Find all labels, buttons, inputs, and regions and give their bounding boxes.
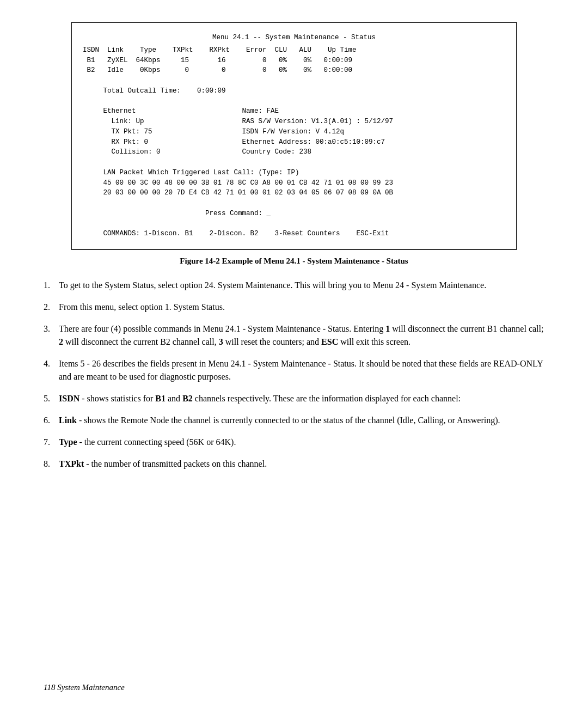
list-content: Link - shows the Remote Node the channel… <box>59 414 544 427</box>
list-content: From this menu, select option 1. System … <box>59 301 544 314</box>
list-number: 2. <box>44 301 59 314</box>
footer: 118 System Maintenance <box>44 683 125 692</box>
numbered-list: 1.To get to the System Status, select op… <box>44 279 544 471</box>
list-item: 8.TXPkt - the number of transmitted pack… <box>44 457 544 471</box>
list-item: 2.From this menu, select option 1. Syste… <box>44 301 544 314</box>
terminal-title: Menu 24.1 -- System Maintenance - Status <box>83 33 505 43</box>
list-number: 4. <box>44 357 59 383</box>
list-number: 5. <box>44 392 59 405</box>
list-number: 6. <box>44 414 59 427</box>
list-number: 1. <box>44 279 59 292</box>
list-item: 1.To get to the System Status, select op… <box>44 279 544 292</box>
terminal-box: Menu 24.1 -- System Maintenance - Status… <box>71 22 517 250</box>
figure-caption: Figure 14-2 Example of Menu 24.1 - Syste… <box>44 257 544 266</box>
list-content: Type - the current connecting speed (56K… <box>59 436 544 449</box>
list-content: There are four (4) possible commands in … <box>59 322 544 349</box>
list-content: To get to the System Status, select opti… <box>59 279 544 292</box>
list-content: Items 5 - 26 describes the fields presen… <box>59 357 544 383</box>
list-item: 5.ISDN - shows statistics for B1 and B2 … <box>44 392 544 405</box>
list-number: 3. <box>44 322 59 349</box>
list-item: 6.Link - shows the Remote Node the chann… <box>44 414 544 427</box>
list-content: TXPkt - the number of transmitted packet… <box>59 457 544 471</box>
terminal-content: ISDN Link Type TXPkt RXPkt Error CLU ALU… <box>83 45 505 239</box>
list-item: 7.Type - the current connecting speed (5… <box>44 436 544 449</box>
list-number: 7. <box>44 436 59 449</box>
list-item: 3.There are four (4) possible commands i… <box>44 322 544 349</box>
list-item: 4.Items 5 - 26 describes the fields pres… <box>44 357 544 383</box>
list-content: ISDN - shows statistics for B1 and B2 ch… <box>59 392 544 405</box>
list-number: 8. <box>44 457 59 471</box>
